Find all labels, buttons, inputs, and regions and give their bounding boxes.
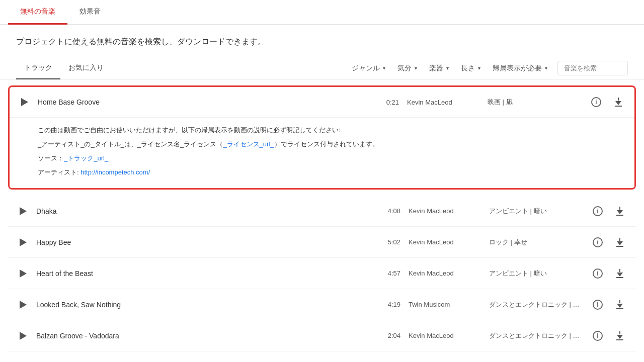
license-url-link[interactable]: _ライセンス_url_: [223, 140, 274, 148]
track-row: Happy Bee 5:02 Kevin MacLeod ロック | 幸せ i: [8, 227, 636, 258]
play-icon: [20, 269, 27, 278]
info-button[interactable]: i: [590, 203, 606, 219]
download-button-expanded[interactable]: [610, 94, 626, 110]
track-genre: アンビエント | 暗い: [489, 207, 590, 216]
track-actions: i: [590, 234, 628, 250]
track-name: Dhaka: [36, 207, 370, 215]
chevron-down-icon: ▾: [545, 65, 547, 71]
info-icon: i: [593, 237, 603, 247]
attribution-main-text: この曲は動画でご自由にお使いいただけますが、以下の帰属表示を動画の説明に必ず明記…: [38, 124, 624, 137]
filter-attribution[interactable]: 帰属表示が必要 ▾: [487, 60, 553, 77]
expanded-track-artist: Kevin MacLeod: [407, 99, 488, 106]
attribution-box: この曲は動画でご自由にお使いいただけますが、以下の帰属表示を動画の説明に必ず明記…: [10, 118, 634, 188]
chevron-down-icon: ▾: [415, 65, 417, 71]
info-icon: i: [591, 97, 601, 107]
play-icon: [20, 301, 27, 309]
play-icon: [20, 207, 27, 215]
track-row: Balzan Groove - Vadodara 2:04 Kevin MacL…: [8, 320, 636, 351]
download-button[interactable]: [612, 297, 628, 313]
filter-length[interactable]: 長さ ▾: [455, 60, 487, 77]
track-actions: i: [590, 203, 628, 219]
info-button[interactable]: i: [590, 328, 606, 344]
source-url-link[interactable]: _トラック_url_: [64, 154, 108, 162]
attribution-source-line: ソース：_トラック_url_: [38, 152, 624, 165]
play-button[interactable]: [16, 266, 30, 281]
attribution-license-line: _アーティスト_の_タイトル_は、_ライセンス名_ライセンス（_ライセンス_ur…: [38, 138, 624, 151]
download-button[interactable]: [612, 203, 628, 219]
info-button[interactable]: i: [590, 297, 606, 313]
track-actions: i: [590, 297, 628, 313]
info-button[interactable]: i: [590, 234, 606, 250]
download-icon: [616, 207, 623, 216]
chevron-down-icon: ▾: [478, 65, 480, 71]
filter-genre[interactable]: ジャンル ▾: [346, 60, 391, 77]
expanded-track-duration: 0:21: [369, 99, 399, 106]
download-icon: [616, 331, 623, 340]
play-button[interactable]: [16, 235, 30, 249]
filter-instrument-label: 楽器: [429, 64, 443, 73]
tab-free-music[interactable]: 無料の音楽: [8, 0, 67, 25]
filter-attribution-label: 帰属表示が必要: [493, 64, 542, 73]
play-button-expanded[interactable]: [18, 95, 32, 109]
expanded-track-name: Home Base Groove: [38, 98, 369, 106]
download-button[interactable]: [612, 328, 628, 344]
track-genre: アンビエント | 暗い: [489, 269, 590, 278]
track-artist: Kevin MacLeod: [409, 238, 489, 246]
track-artist: Twin Musicom: [409, 301, 489, 308]
source-label: ソース：: [38, 154, 64, 162]
track-artist: Kevin MacLeod: [409, 207, 489, 215]
filter-tab-tracks[interactable]: トラック: [16, 57, 60, 79]
track-duration: 4:57: [370, 269, 400, 277]
filter-tab-favorites[interactable]: お気に入り: [60, 57, 112, 79]
track-duration: 2:04: [370, 332, 400, 339]
info-button-expanded[interactable]: i: [588, 94, 604, 110]
filter-mood-label: 気分: [397, 64, 412, 73]
license-line-suffix: ）でライセンス付与されています。: [274, 140, 379, 148]
page-description: プロジェクトに使える無料の音楽を検索し、ダウンロードできます。: [0, 25, 644, 57]
chevron-down-icon: ▾: [383, 65, 385, 71]
download-icon: [616, 300, 623, 309]
filter-bar: トラック お気に入り ジャンル ▾ 気分 ▾ 楽器 ▾ 長さ ▾ 帰属表示が必要…: [0, 57, 644, 79]
info-icon: i: [593, 268, 603, 279]
info-icon: i: [593, 206, 603, 216]
download-icon: [616, 269, 623, 278]
tab-sound-effects[interactable]: 効果音: [67, 0, 113, 25]
track-name: Happy Bee: [36, 238, 370, 246]
track-row: Heart of the Beast 4:57 Kevin MacLeod アン…: [8, 258, 636, 289]
play-icon: [20, 332, 27, 340]
license-line-prefix: _アーティスト_の_タイトル_は、_ライセンス名_ライセンス（: [38, 140, 223, 148]
download-button[interactable]: [612, 234, 628, 250]
play-icon: [20, 238, 27, 246]
download-button[interactable]: [612, 265, 628, 282]
chevron-down-icon: ▾: [446, 65, 449, 71]
expanded-track: Home Base Groove 0:21 Kevin MacLeod 映画 |…: [8, 85, 636, 190]
attribution-artist-line: アーティスト: http://incompetech.com/: [38, 166, 624, 179]
play-icon: [21, 98, 28, 106]
info-button[interactable]: i: [590, 265, 606, 282]
play-button[interactable]: [16, 204, 30, 218]
expanded-track-genre: 映画 | 凪: [488, 98, 588, 107]
filter-genre-label: ジャンル: [352, 64, 380, 73]
filter-mood[interactable]: 気分 ▾: [391, 60, 423, 77]
info-icon: i: [593, 300, 603, 310]
filter-length-label: 長さ: [461, 64, 475, 73]
track-row: Dhaka 4:08 Kevin MacLeod アンビエント | 暗い i: [8, 196, 636, 227]
play-button[interactable]: [16, 298, 30, 312]
track-actions: i: [590, 328, 628, 344]
track-name: Looked Back, Saw Nothing: [36, 301, 370, 309]
play-button[interactable]: [16, 329, 30, 343]
track-genre: ダンスとエレクトロニック | …: [489, 331, 590, 340]
track-duration: 4:08: [370, 207, 400, 215]
filter-instrument[interactable]: 楽器 ▾: [423, 60, 455, 77]
track-actions: i: [590, 265, 628, 282]
artist-url-link[interactable]: http://incompetech.com/: [80, 168, 150, 176]
artist-label: アーティスト:: [38, 168, 79, 176]
expanded-track-header: Home Base Groove 0:21 Kevin MacLeod 映画 |…: [10, 87, 634, 118]
track-duration: 5:02: [370, 238, 400, 246]
track-list: Home Base Groove 0:21 Kevin MacLeod 映画 |…: [0, 85, 644, 351]
download-icon: [616, 238, 623, 247]
search-input[interactable]: [557, 61, 628, 75]
track-artist: Kevin MacLeod: [409, 332, 489, 339]
track-name: Heart of the Beast: [36, 269, 370, 278]
info-icon: i: [593, 331, 603, 341]
